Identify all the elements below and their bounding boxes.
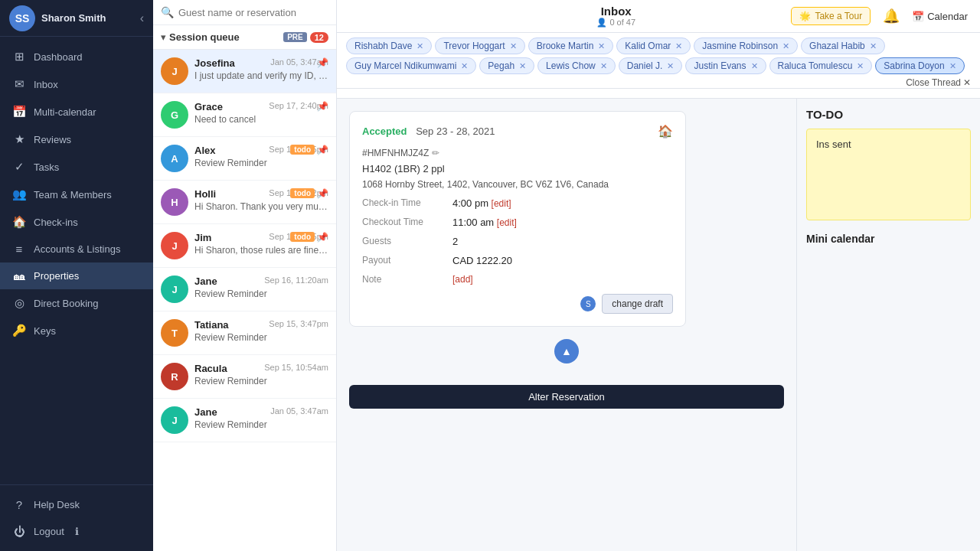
- tab-close-icon[interactable]: ✕: [519, 61, 526, 71]
- sidebar-item-direct-booking[interactable]: ◎Direct Booking: [0, 289, 153, 317]
- user-name: Sharon Smith: [41, 12, 134, 24]
- sidebar-item-tasks[interactable]: ✓Tasks: [0, 153, 153, 181]
- avatar: G: [161, 101, 188, 129]
- list-item[interactable]: T Tatiana Sep 15, 3:47pm Review Reminder: [153, 311, 336, 355]
- edit-checkout-link[interactable]: [edit]: [497, 217, 517, 228]
- booking-address: 1068 Hornby Street, 1402, Vancouver, BC …: [362, 179, 673, 190]
- avatar: SS: [9, 5, 35, 31]
- alter-reservation-button[interactable]: Alter Reservation: [349, 385, 784, 409]
- checkout-label: Checkout Time: [362, 217, 446, 228]
- sidebar-item-accounts-listings[interactable]: ≡Accounts & Listings: [0, 236, 153, 262]
- tab-close-icon[interactable]: ✕: [510, 41, 517, 51]
- thread-tab-sabrina[interactable]: Sabrina Doyon✕: [875, 57, 964, 74]
- list-item[interactable]: J Jane Sep 16, 11:20am Review Reminder: [153, 268, 336, 311]
- calendar-button[interactable]: 📅 Calendar: [912, 11, 968, 22]
- search-bar: 🔍: [153, 0, 336, 25]
- tab-close-icon[interactable]: ✕: [600, 61, 607, 71]
- close-thread-button[interactable]: Close Thread ✕: [906, 77, 971, 88]
- thread-tab-raluca[interactable]: Raluca Tomulescu✕: [769, 57, 873, 74]
- avatar: J: [161, 57, 188, 85]
- main-content: 🔍 ▾ Session queue PRE 12 J Josefina Jan …: [153, 0, 980, 551]
- payout-value: CAD 1222.20: [452, 255, 512, 266]
- take-tour-button[interactable]: 🌟 Take a Tour: [791, 7, 871, 25]
- tour-icon: 🌟: [799, 11, 811, 21]
- team-members-icon: 👥: [12, 187, 26, 201]
- pre-badge: PRE: [283, 32, 307, 42]
- session-queue-toggle-icon[interactable]: ▾: [161, 31, 166, 43]
- header-right: 🌟 Take a Tour 🔔 📅 Calendar: [791, 7, 968, 25]
- tab-close-icon[interactable]: ✕: [675, 41, 682, 51]
- tab-close-icon[interactable]: ✕: [782, 41, 789, 51]
- list-item[interactable]: J Josefina Jan 05, 3:47am I just update …: [153, 50, 336, 93]
- note-label: Note: [362, 274, 446, 285]
- note-add-link[interactable]: [add]: [452, 274, 473, 285]
- logout-info-icon: ℹ: [75, 526, 79, 537]
- sidebar-item-team-members[interactable]: 👥Team & Members: [0, 181, 153, 208]
- sidebar-item-properties[interactable]: 🏘Properties: [0, 262, 153, 289]
- thread-tab-jasmine[interactable]: Jasmine Robinson✕: [694, 37, 798, 54]
- search-icon: 🔍: [161, 6, 174, 18]
- edit-checkin-link[interactable]: [edit]: [492, 198, 511, 209]
- thread-tab-brooke[interactable]: Brooke Martin✕: [528, 37, 614, 54]
- tab-close-icon[interactable]: ✕: [857, 61, 864, 71]
- inbox-count: 👤 0 of 47: [596, 18, 635, 28]
- message-list: J Josefina Jan 05, 3:47am I just update …: [153, 50, 336, 551]
- tab-close-icon[interactable]: ✕: [949, 61, 956, 71]
- list-item[interactable]: H Holli Sep 16, 5:02pm Hi Sharon. Thank …: [153, 181, 336, 224]
- sidebar-item-inbox[interactable]: ✉Inbox: [0, 70, 153, 98]
- tab-close-icon[interactable]: ✕: [751, 61, 758, 71]
- avatar: J: [161, 276, 188, 303]
- scroll-up-container: ▲: [349, 333, 784, 370]
- list-item[interactable]: J Jim Sep 16, 3:15pm Hi Sharon, those ru…: [153, 224, 336, 268]
- change-draft-button[interactable]: change draft: [602, 294, 673, 314]
- sidebar-item-multi-calendar[interactable]: 📅Multi-calendar: [0, 98, 153, 126]
- pin-icon: 📌: [317, 188, 328, 199]
- tab-close-icon[interactable]: ✕: [667, 61, 674, 71]
- collapse-sidebar-icon[interactable]: ‹: [140, 11, 144, 25]
- sidebar-item-help-desk[interactable]: ?Help Desk: [0, 491, 153, 518]
- right-panel: Inbox 👤 0 of 47 🌟 Take a Tour 🔔 📅 Calend…: [337, 0, 980, 551]
- mini-calendar-title: Mini calendar: [806, 233, 971, 245]
- scroll-up-button[interactable]: ▲: [554, 339, 579, 364]
- thread-tab-lewis[interactable]: Lewis Chow✕: [537, 57, 616, 74]
- pin-icon: 📌: [317, 145, 328, 155]
- sidebar-item-logout[interactable]: ⏻Logoutℹ: [0, 518, 153, 545]
- tab-close-icon[interactable]: ✕: [461, 61, 468, 71]
- tab-close-icon[interactable]: ✕: [598, 41, 605, 51]
- sidebar-item-reviews[interactable]: ★Reviews: [0, 126, 153, 153]
- message-body: Josefina Jan 05, 3:47am I just update an…: [194, 57, 328, 81]
- direct-booking-icon: ◎: [12, 296, 26, 310]
- inbox-title: Inbox: [596, 5, 635, 18]
- sidebar-item-keys[interactable]: 🔑Keys: [0, 317, 153, 344]
- thread-tab-rishabh[interactable]: Rishabh Dave✕: [346, 37, 432, 54]
- avatar: A: [161, 145, 188, 172]
- thread-tab-trevor[interactable]: Trevor Hoggart✕: [435, 37, 524, 54]
- list-item[interactable]: R Racula Sep 15, 10:54am Review Reminder: [153, 355, 336, 399]
- sidebar-item-check-ins[interactable]: 🏠Check-ins: [0, 208, 153, 236]
- thread-tab-pegah[interactable]: Pegah✕: [479, 57, 534, 74]
- thread-tab-justin[interactable]: Justin Evans✕: [685, 57, 766, 74]
- checkout-time-row: Checkout Time 11:00 am [edit]: [362, 217, 673, 228]
- list-item[interactable]: J Jane Jan 05, 3:47am Review Reminder: [153, 399, 336, 442]
- multi-calendar-icon: 📅: [12, 105, 26, 119]
- note-row: Note [add]: [362, 274, 673, 285]
- booking-property: H1402 (1BR) 2 ppl: [362, 163, 673, 174]
- search-input[interactable]: [178, 7, 328, 18]
- notification-icon[interactable]: 🔔: [883, 8, 900, 24]
- dashboard-icon: ⊞: [12, 50, 26, 64]
- tasks-icon: ✓: [12, 160, 26, 174]
- thread-tab-guy[interactable]: Guy Marcel Ndikumwami✕: [346, 57, 476, 74]
- list-item[interactable]: A Alex Sep 17, 2:15pm Review Reminder to…: [153, 137, 336, 181]
- thread-tab-daniel[interactable]: Daniel J.✕: [619, 57, 683, 74]
- edit-conf-icon[interactable]: ✏: [432, 148, 439, 158]
- tab-close-icon[interactable]: ✕: [416, 41, 423, 51]
- sidebar-item-dashboard[interactable]: ⊞Dashboard: [0, 43, 153, 70]
- thread-tab-kalid[interactable]: Kalid Omar✕: [616, 37, 691, 54]
- message-body: Jane Sep 16, 11:20am Review Reminder: [194, 276, 328, 299]
- thread-tab-ghazal[interactable]: Ghazal Habib✕: [801, 37, 885, 54]
- list-item[interactable]: G Grace Sep 17, 2:40pm Need to cancel 📌: [153, 93, 336, 137]
- tab-close-icon[interactable]: ✕: [870, 41, 877, 51]
- inbox-header: Inbox 👤 0 of 47 🌟 Take a Tour 🔔 📅 Calend…: [337, 0, 980, 33]
- guests-label: Guests: [362, 236, 446, 247]
- message-body: Grace Sep 17, 2:40pm Need to cancel: [194, 101, 328, 125]
